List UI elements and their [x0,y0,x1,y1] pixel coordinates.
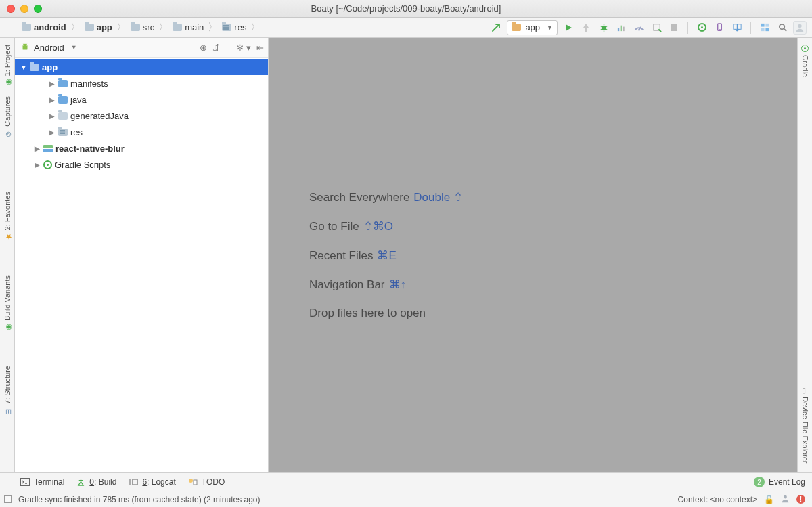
hide-panel-icon[interactable]: ⇤ [256,43,264,53]
breadcrumb-item[interactable]: main [170,21,206,34]
chevron-right-icon: 〉 [249,21,262,34]
hint-text: Recent Files [309,249,373,263]
event-count-badge: 2 [754,477,765,487]
breadcrumb-label: android [34,22,66,32]
maximize-window-button[interactable] [34,5,42,13]
window-controls [7,5,42,13]
tree-label: react-native-blur [55,144,125,154]
expand-arrow-icon[interactable]: ▶ [49,80,55,87]
toolwindow-tab-project[interactable]: ◉ 1: Project [3,42,12,89]
project-view-selector[interactable]: Android ▼ [20,43,200,53]
profiler-button[interactable] [614,21,628,35]
hint-text: Search Everywhere [309,191,409,204]
tree-label: app [42,62,58,72]
search-everywhere-button[interactable] [775,21,789,35]
toolwindow-tab-captures[interactable]: ⊚ Captures [3,93,12,140]
collapse-all-icon[interactable]: ⇵ [212,43,220,53]
toolwindow-tab-device-file-explorer[interactable]: ▯ Device File Explorer [801,383,809,466]
status-message: Gradle sync finished in 785 ms (from cac… [18,495,261,504]
sdk-manager-button[interactable] [730,21,744,35]
lock-icon[interactable]: 🔓 [764,495,774,504]
tab-label: TODO [202,477,225,487]
toolwindow-tab-structure[interactable]: ⊞ 7: Structure [3,363,12,418]
stop-button[interactable] [667,21,681,35]
event-log-button[interactable]: 2 Event Log [754,477,805,487]
expand-arrow-icon[interactable]: ▶ [49,112,55,120]
left-toolwindow-bar: ◉ 1: Project ⊚ Captures ★ 2: Favorites ◉… [0,38,15,472]
error-indicator-icon[interactable]: ! [796,495,805,504]
toolwindow-tab-logcat[interactable]: 6: Logcat [129,477,175,487]
breadcrumb-label: res [234,22,246,32]
hint-shortcut: ⌘↑ [389,278,407,292]
svg-rect-18 [21,479,30,486]
toolwindow-tab-favorites[interactable]: ★ 2: Favorites [3,189,12,244]
toolwindows-toggle-icon[interactable] [4,495,12,503]
toolbar-divider [750,22,751,34]
breadcrumb: android 〉 app 〉 src 〉 main 〉 res 〉 [19,21,489,34]
expand-arrow-icon[interactable]: ▶ [49,96,55,104]
close-window-button[interactable] [7,5,15,13]
breadcrumb-item[interactable]: res [219,21,249,34]
svg-point-15 [798,24,801,27]
chevron-right-icon: 〉 [157,21,170,34]
breadcrumb-item[interactable]: android [19,21,69,34]
sync-gradle-button[interactable] [695,21,708,35]
context-label[interactable]: Context: <no context> [678,495,757,504]
breadcrumb-item[interactable]: src [128,21,157,34]
editor-empty-state[interactable]: Search Everywhere Double ⇧ Go to File ⇧⌘… [269,38,797,472]
coverage-button[interactable] [632,21,646,35]
debug-button[interactable] [597,21,610,35]
folder-icon [131,24,140,31]
chevron-right-icon: 〉 [115,21,128,34]
inspector-icon[interactable] [781,494,790,505]
toolwindow-tab-gradle[interactable]: Gradle [801,42,809,80]
hint-line: Drop files here to open [309,307,426,320]
expand-arrow-icon[interactable]: ▶ [49,129,55,136]
main-area: ◉ 1: Project ⊚ Captures ★ 2: Favorites ◉… [0,38,812,472]
bottom-toolwindow-bar: Terminal 0: Build 6: Logcat TODO 2 Event… [0,472,812,491]
tree-node-generated-java[interactable]: ▶ generatedJava [15,108,268,124]
expand-arrow-icon[interactable]: ▶ [34,145,41,152]
svg-point-16 [24,45,24,46]
tab-label: 6: Logcat [142,477,175,487]
folder-icon [85,24,94,31]
expand-arrow-icon[interactable]: ▼ [20,64,27,71]
tree-node-res[interactable]: ▶ res [15,124,268,140]
toolwindow-tab-todo[interactable]: TODO [188,477,225,487]
toolwindow-tab-build[interactable]: 0: Build [76,477,116,487]
logcat-icon [129,478,138,486]
user-icon[interactable] [793,21,807,35]
toolwindow-tab-build-variants[interactable]: ◉ Build Variants [3,273,12,334]
attach-debugger-button[interactable] [650,21,663,35]
tree-label: generatedJava [70,111,129,121]
project-panel: Android ▼ ⊕ ⇵ ✻▾ ⇤ ▼ app ▶ [15,38,269,472]
minimize-window-button[interactable] [20,5,28,13]
settings-icon[interactable]: ✻▾ [236,43,251,53]
titlebar: Boaty [~/Code/projects/009-boaty/Boaty/a… [0,0,812,18]
svg-rect-10 [761,24,764,27]
toolwindow-tab-terminal[interactable]: Terminal [20,477,64,487]
project-panel-header: Android ▼ ⊕ ⇵ ✻▾ ⇤ [15,38,268,58]
project-tree[interactable]: ▼ app ▶ manifests ▶ java ▶ gener [15,58,268,472]
breadcrumb-item[interactable]: app [82,21,115,34]
breadcrumb-label: app [97,22,112,32]
tree-node-react-native-blur[interactable]: ▶ react-native-blur [15,140,268,156]
hint-text: Navigation Bar [309,278,385,292]
run-config-select[interactable]: app ▼ [507,20,558,35]
build-icon [76,478,85,487]
folder-icon [173,24,182,31]
run-button[interactable] [562,21,575,35]
make-project-button[interactable] [489,21,503,35]
tree-node-gradle-scripts[interactable]: ▶ Gradle Scripts [15,156,268,173]
project-structure-button[interactable] [758,21,771,35]
tree-node-app[interactable]: ▼ app [15,59,268,75]
avd-manager-button[interactable] [713,21,726,35]
apply-changes-button[interactable] [579,21,593,35]
expand-arrow-icon[interactable]: ▶ [34,161,41,169]
chevron-down-icon: ▼ [71,44,77,51]
tree-node-manifests[interactable]: ▶ manifests [15,75,268,91]
svg-point-21 [784,495,787,498]
scroll-from-source-icon[interactable]: ⊕ [200,43,207,53]
chevron-right-icon: 〉 [69,21,82,34]
tree-node-java[interactable]: ▶ java [15,91,268,108]
